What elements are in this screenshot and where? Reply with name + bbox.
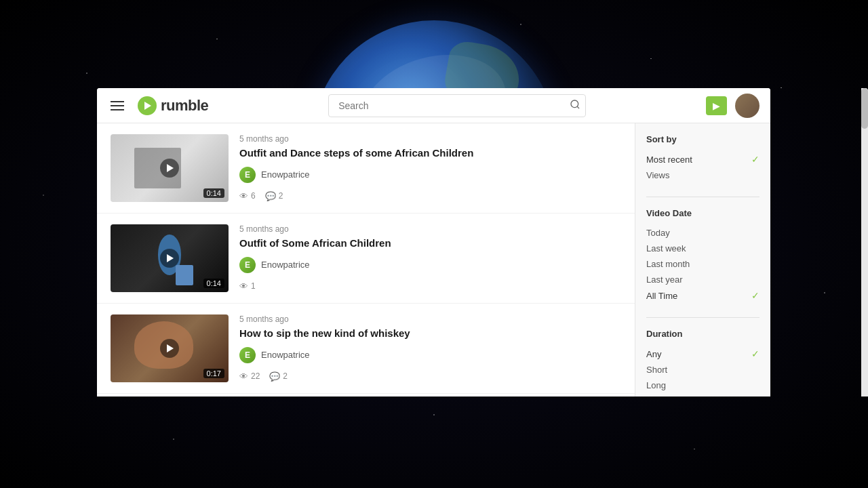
date-option-last-year[interactable]: Last year — [646, 272, 760, 287]
views-icon: 👁 — [239, 371, 248, 382]
video-info: 5 months ago Outfit and Dance steps of s… — [239, 134, 621, 201]
duration-badge: 0:14 — [203, 188, 224, 198]
sort-label-most-recent: Most recent — [646, 155, 692, 165]
search-button[interactable] — [570, 99, 580, 113]
views-count: 6 — [251, 191, 256, 201]
check-icon-duration: ✓ — [751, 348, 760, 359]
duration-label-long: Long — [646, 380, 666, 390]
sort-section-title: Sort by — [646, 134, 760, 144]
logo-icon — [138, 96, 157, 115]
video-stats: 👁 22 💬 2 — [239, 371, 621, 382]
logo-text: rumble — [161, 97, 208, 115]
channel-name[interactable]: Enowpatrice — [261, 350, 310, 360]
table-row[interactable]: 0:14 5 months ago Outfit of Some African… — [97, 214, 635, 304]
date-section-title: Video Date — [646, 208, 760, 218]
date-option-today[interactable]: Today — [646, 225, 760, 241]
header-right — [706, 94, 760, 118]
divider-1 — [646, 197, 760, 197]
views-icon: 👁 — [239, 281, 248, 291]
table-row[interactable]: 0:14 5 months ago Outfit and Dance steps… — [97, 123, 635, 214]
hamburger-line-1 — [111, 101, 124, 102]
search-container — [328, 94, 586, 117]
date-label-last-month: Last month — [646, 259, 690, 269]
video-title[interactable]: Outfit of Some African Children — [239, 237, 621, 250]
comments-count: 2 — [283, 371, 288, 381]
video-thumbnail: 0:14 — [111, 134, 229, 202]
views-count: 1 — [251, 281, 256, 291]
search-input[interactable] — [328, 94, 586, 117]
date-label-today: Today — [646, 228, 670, 238]
duration-option-any[interactable]: Any ✓ — [646, 346, 760, 362]
video-stats: 👁 1 — [239, 281, 621, 291]
channel-row: E Enowpatrice — [239, 257, 621, 273]
divider-2 — [646, 317, 760, 318]
upload-button[interactable] — [706, 96, 727, 115]
video-timestamp: 5 months ago — [239, 314, 621, 324]
filter-sidebar: Sort by Most recent ✓ Views Video Date T… — [635, 123, 770, 396]
date-option-last-week[interactable]: Last week — [646, 241, 760, 256]
channel-avatar[interactable]: E — [239, 347, 256, 363]
video-timestamp: 5 months ago — [239, 224, 621, 234]
channel-name[interactable]: Enowpatrice — [261, 169, 310, 180]
date-option-all-time[interactable]: All Time ✓ — [646, 287, 760, 304]
date-label-last-week: Last week — [646, 243, 686, 253]
duration-label-any: Any — [646, 349, 661, 359]
play-overlay — [160, 249, 179, 268]
user-avatar[interactable] — [735, 94, 760, 118]
hamburger-line-2 — [111, 105, 124, 106]
hamburger-line-3 — [111, 109, 124, 110]
video-list: 0:14 5 months ago Outfit and Dance steps… — [97, 123, 635, 396]
sort-label-views: Views — [646, 170, 669, 180]
views-icon: 👁 — [239, 191, 248, 201]
duration-section-title: Duration — [646, 329, 760, 339]
sort-option-most-recent[interactable]: Most recent ✓ — [646, 151, 760, 167]
date-option-last-month[interactable]: Last month — [646, 256, 760, 272]
hamburger-button[interactable] — [108, 98, 127, 113]
svg-line-1 — [577, 106, 579, 108]
video-info: 5 months ago Outfit of Some African Chil… — [239, 224, 621, 291]
channel-avatar[interactable]: E — [239, 257, 256, 273]
channel-row: E Enowpatrice — [239, 167, 621, 183]
video-title[interactable]: How to sip the new kind of whiskey — [239, 327, 621, 340]
video-info: 5 months ago How to sip the new kind of … — [239, 314, 621, 382]
comments-icon: 💬 — [265, 191, 276, 201]
views-stat: 👁 6 — [239, 191, 256, 201]
play-overlay — [160, 159, 179, 178]
channel-avatar[interactable]: E — [239, 167, 256, 183]
channel-row: E Enowpatrice — [239, 347, 621, 363]
video-title[interactable]: Outfit and Dance steps of some African C… — [239, 146, 621, 160]
check-icon: ✓ — [751, 154, 760, 165]
channel-name[interactable]: Enowpatrice — [261, 260, 310, 270]
duration-badge: 0:17 — [203, 369, 224, 378]
content-area: 0:14 5 months ago Outfit and Dance steps… — [97, 123, 770, 396]
video-thumbnail: 0:17 — [111, 314, 229, 382]
comments-icon: 💬 — [269, 371, 280, 382]
svg-point-0 — [571, 100, 578, 108]
comments-count: 2 — [279, 191, 283, 201]
app-window: rumble 0:14 — [97, 88, 770, 396]
views-stat: 👁 22 — [239, 371, 260, 382]
video-timestamp: 5 months ago — [239, 134, 621, 144]
table-row[interactable]: 0:17 5 months ago How to sip the new kin… — [97, 304, 635, 394]
views-stat: 👁 1 — [239, 281, 256, 291]
sort-option-views[interactable]: Views — [646, 167, 760, 183]
date-label-all-time: All Time — [646, 291, 677, 301]
video-thumbnail: 0:14 — [111, 224, 229, 292]
comments-stat: 💬 2 — [269, 371, 288, 382]
date-label-last-year: Last year — [646, 274, 682, 285]
logo-link[interactable]: rumble — [138, 96, 208, 115]
header: rumble — [97, 88, 770, 123]
scrollbar-thumb[interactable] — [861, 88, 868, 129]
play-overlay — [160, 339, 179, 358]
window-scrollbar[interactable] — [861, 88, 868, 396]
date-section: Video Date Today Last week Last month La… — [646, 208, 760, 304]
duration-label-short: Short — [646, 365, 667, 375]
comments-stat: 💬 2 — [265, 191, 283, 201]
views-count: 22 — [251, 371, 260, 381]
video-stats: 👁 6 💬 2 — [239, 191, 621, 201]
duration-option-short[interactable]: Short — [646, 362, 760, 378]
sort-section: Sort by Most recent ✓ Views — [646, 134, 760, 183]
check-icon-date: ✓ — [751, 290, 760, 301]
duration-section: Duration Any ✓ Short Long — [646, 329, 760, 393]
duration-option-long[interactable]: Long — [646, 378, 760, 393]
